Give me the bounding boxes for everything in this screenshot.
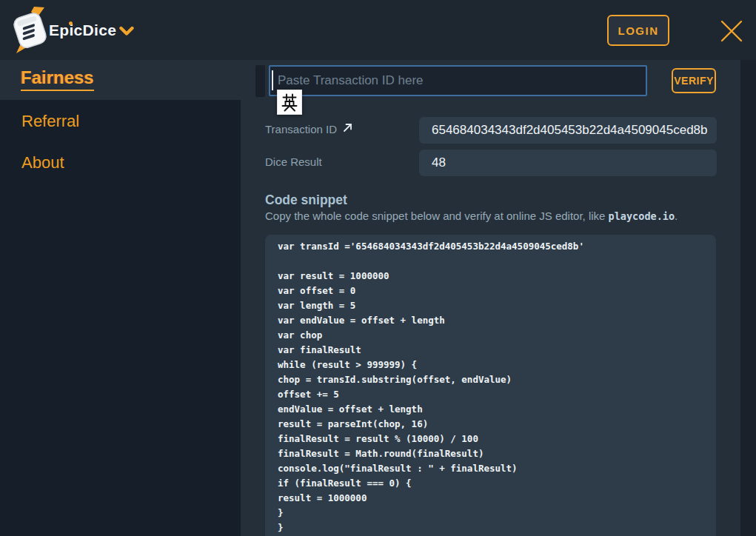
dice-result-value-field: 48 (419, 150, 717, 176)
input-left-notch (255, 65, 265, 97)
sidebar-item-about[interactable]: About (21, 153, 64, 172)
code-snippet-title: Code snippet (265, 192, 347, 208)
epicdice-dice-logo-icon[interactable] (11, 5, 50, 54)
chevron-down-icon[interactable] (119, 26, 134, 39)
code-snippet-block: var transId ='654684034343df2d405453b22d… (265, 235, 716, 536)
sidebar-item-fairness-active[interactable]: Fairness (21, 67, 94, 91)
close-icon[interactable] (720, 19, 743, 43)
sidebar-nav: Referral About (0, 100, 241, 536)
description-period: . (675, 210, 678, 222)
code-snippet-description: Copy the whole code snippet below and ve… (265, 210, 678, 222)
sidebar-item-referral[interactable]: Referral (21, 112, 79, 131)
playcode-link[interactable]: playcode.io (609, 210, 675, 222)
epicdice-app: EpicDice LOGIN Fairness VERIFY 英 (0, 0, 756, 536)
dice-result-label: Dice Result (265, 155, 322, 168)
brand-text: EpicDice (49, 21, 116, 39)
top-header: EpicDice LOGIN (0, 0, 756, 60)
brand-i-dot-accent (69, 21, 73, 25)
transaction-id-input[interactable] (269, 65, 647, 96)
description-text: Copy the whole code snippet below and ve… (265, 210, 609, 222)
ime-language-badge: 英 (277, 90, 302, 115)
external-link-icon[interactable] (342, 122, 353, 133)
text-caret (272, 70, 273, 90)
login-button[interactable]: LOGIN (607, 15, 669, 46)
transaction-id-value-field: 654684034343df2d405453b22d4a4509045ced8b (419, 117, 717, 144)
fairness-toolbar-band: Fairness VERIFY 英 (0, 60, 740, 100)
fairness-content-panel: Transaction ID 654684034343df2d405453b22… (241, 100, 740, 536)
verify-button[interactable]: VERIFY (672, 68, 716, 93)
transaction-id-label-row: Transaction ID (265, 123, 353, 135)
brand-title[interactable]: EpicDice (49, 0, 116, 60)
transaction-id-label: Transaction ID (265, 123, 337, 135)
code-snippet-text: var transId ='654684034343df2d405453b22d… (265, 235, 716, 535)
dice-result-label-row: Dice Result (265, 155, 322, 168)
ime-glyph-icon (280, 93, 299, 112)
